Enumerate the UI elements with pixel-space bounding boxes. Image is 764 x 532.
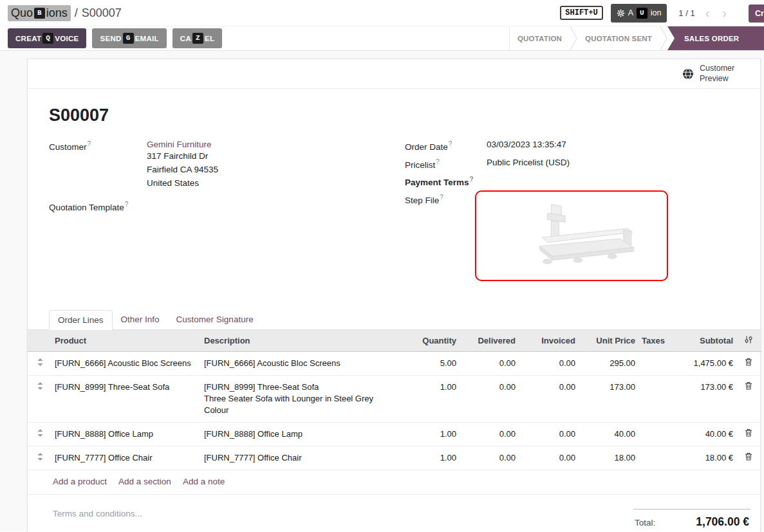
breadcrumb-quotations-text-pre: Quo bbox=[11, 6, 33, 20]
col-quantity[interactable]: Quantity bbox=[398, 330, 459, 352]
delete-line-icon[interactable] bbox=[745, 358, 752, 369]
col-subtotal[interactable]: Subtotal bbox=[667, 330, 736, 352]
cell-invoiced: 0.00 bbox=[518, 446, 578, 470]
cancel-button[interactable]: CAZEL bbox=[172, 28, 222, 48]
col-unit-price[interactable]: Unit Price bbox=[578, 330, 638, 352]
cell-product[interactable]: [FURN_8999] Three-Seat Sofa bbox=[52, 375, 201, 422]
keyboard-hint-b: B bbox=[34, 8, 45, 19]
delete-line-icon[interactable] bbox=[745, 452, 752, 464]
col-delivered[interactable]: Delivered bbox=[459, 330, 518, 352]
total-label: Total: bbox=[635, 518, 655, 527]
drag-handle-icon[interactable] bbox=[37, 381, 43, 393]
breadcrumb-quotations-link[interactable]: QuoBions bbox=[8, 5, 71, 21]
cell-description[interactable]: [FURN_7777] Office Chair bbox=[201, 446, 398, 470]
cell-subtotal: 1,475.00 € bbox=[667, 351, 736, 375]
customer-value-block: Gemini Furniture 317 Fairchild Dr Fairfi… bbox=[147, 140, 218, 190]
cell-subtotal: 173.00 € bbox=[667, 375, 736, 422]
field-step-file: Step File? bbox=[405, 193, 739, 281]
cell-delivered: 0.00 bbox=[459, 351, 518, 375]
tab-other-info[interactable]: Other Info bbox=[113, 310, 168, 329]
notebook-tabs: Order Lines Other Info Customer Signatur… bbox=[28, 310, 760, 330]
step-file-image-widget[interactable] bbox=[475, 190, 668, 281]
cell-subtotal: 18.00 € bbox=[667, 446, 736, 470]
field-customer: Customer? Gemini Furniture 317 Fairchild… bbox=[49, 140, 384, 190]
cell-taxes[interactable] bbox=[638, 422, 667, 446]
cell-quantity[interactable]: 1.00 bbox=[398, 422, 459, 446]
add-product-link[interactable]: Add a product bbox=[53, 477, 107, 486]
table-row[interactable]: [FURN_8888] Office Lamp [FURN_8888] Offi… bbox=[28, 422, 761, 446]
add-section-link[interactable]: Add a section bbox=[118, 477, 171, 486]
cell-unit-price[interactable]: 295.00 bbox=[578, 351, 638, 375]
cell-taxes[interactable] bbox=[638, 446, 667, 470]
cell-description[interactable]: [FURN_6666] Acoustic Bloc Screens bbox=[201, 351, 398, 375]
quotation-template-label: Quotation Template? bbox=[49, 200, 147, 212]
cell-quantity[interactable]: 1.00 bbox=[398, 375, 459, 422]
cell-subtotal: 40.00 € bbox=[667, 422, 736, 446]
cell-delivered: 0.00 bbox=[459, 422, 518, 446]
payment-terms-label: Payment Terms? bbox=[405, 175, 487, 187]
table-row[interactable]: [FURN_8999] Three-Seat Sofa [FURN_8999] … bbox=[28, 375, 761, 422]
cell-product[interactable]: [FURN_8888] Office Lamp bbox=[52, 422, 201, 446]
tab-customer-signature[interactable]: Customer Signature bbox=[168, 310, 262, 329]
keyboard-hint-u: U bbox=[637, 8, 648, 19]
create-invoice-button[interactable]: CREATQVOICE bbox=[8, 28, 86, 48]
cell-unit-price[interactable]: 18.00 bbox=[578, 446, 638, 470]
keyboard-hint-z: Z bbox=[192, 33, 203, 44]
customer-link[interactable]: Gemini Furniture bbox=[147, 140, 218, 149]
action-menu-button[interactable]: AUion bbox=[611, 4, 667, 23]
drag-handle-icon[interactable] bbox=[37, 358, 43, 369]
topbar-right-controls: SHIFT+U AUion 1 / 1 ‹ › bbox=[560, 4, 729, 23]
stage-quotation-sent[interactable]: QUOTATION SENT bbox=[577, 26, 660, 50]
stage-sales-order[interactable]: SALES ORDER bbox=[667, 26, 764, 50]
table-row[interactable]: [FURN_7777] Office Chair [FURN_7777] Off… bbox=[28, 446, 761, 470]
table-row[interactable]: [FURN_6666] Acoustic Bloc Screens [FURN_… bbox=[28, 351, 761, 375]
customer-label: Customer? bbox=[49, 140, 147, 152]
status-pipeline: QUOTATION QUOTATION SENT SALES ORDER bbox=[509, 26, 764, 50]
tab-order-lines[interactable]: Order Lines bbox=[49, 310, 113, 330]
col-description[interactable]: Description bbox=[201, 330, 398, 352]
cell-delivered: 0.00 bbox=[459, 446, 518, 470]
field-column-right: Order Date? 03/03/2023 13:35:47 Pricelis… bbox=[405, 140, 739, 287]
send-email-button[interactable]: SENDGEMAIL bbox=[92, 28, 166, 48]
stage-quotation[interactable]: QUOTATION bbox=[510, 26, 570, 50]
drag-handle-icon[interactable] bbox=[37, 428, 43, 440]
drag-handle-icon[interactable] bbox=[37, 452, 43, 464]
pager-previous-icon[interactable]: ‹ bbox=[703, 6, 713, 19]
delete-line-icon[interactable] bbox=[745, 381, 752, 393]
pricelist-value[interactable]: Public Pricelist (USD) bbox=[487, 158, 570, 167]
control-bar: CREATQVOICE SENDGEMAIL CAZEL QUOTATION Q… bbox=[0, 26, 764, 51]
step-file-label: Step File? bbox=[405, 193, 487, 205]
cell-description[interactable]: [FURN_8888] Office Lamp bbox=[201, 422, 398, 446]
breadcrumb-separator: / bbox=[75, 6, 78, 20]
keyboard-hint-shift-u: SHIFT+U bbox=[560, 6, 602, 20]
cell-unit-price[interactable]: 173.00 bbox=[578, 375, 638, 422]
add-note-link[interactable]: Add a note bbox=[183, 477, 225, 486]
cell-product[interactable]: [FURN_7777] Office Chair bbox=[52, 446, 201, 470]
stage-separator-icon bbox=[660, 26, 667, 50]
breadcrumb-quotations-text-post: ions bbox=[46, 6, 68, 20]
pager-next-icon[interactable]: › bbox=[720, 6, 729, 19]
optional-columns-icon[interactable] bbox=[744, 336, 753, 345]
cell-description[interactable]: [FURN_8999] Three-Seat Sofa Three Seater… bbox=[201, 375, 398, 422]
cell-product[interactable]: [FURN_6666] Acoustic Bloc Screens bbox=[52, 351, 201, 375]
col-invoiced[interactable]: Invoiced bbox=[518, 330, 578, 352]
help-tooltip-icon: ? bbox=[88, 140, 91, 147]
cell-delivered: 0.00 bbox=[459, 375, 518, 422]
help-tooltip-icon: ? bbox=[440, 194, 443, 201]
order-date-value[interactable]: 03/03/2023 13:35:47 bbox=[487, 140, 566, 149]
terms-and-conditions-input[interactable]: Terms and conditions... bbox=[53, 509, 142, 532]
keyboard-hint-q: Q bbox=[42, 33, 53, 44]
cell-quantity[interactable]: 1.00 bbox=[398, 446, 459, 470]
delete-line-icon[interactable] bbox=[745, 428, 752, 440]
col-taxes[interactable]: Taxes bbox=[638, 330, 667, 352]
cell-quantity[interactable]: 5.00 bbox=[398, 351, 459, 375]
cell-taxes[interactable] bbox=[638, 375, 667, 422]
stage-separator-icon bbox=[570, 26, 577, 50]
breadcrumb: QuoBions / S00007 bbox=[8, 5, 122, 21]
create-button[interactable]: Create bbox=[749, 5, 764, 23]
cell-unit-price[interactable]: 40.00 bbox=[578, 422, 638, 446]
cell-taxes[interactable] bbox=[638, 351, 667, 375]
col-product[interactable]: Product bbox=[52, 330, 201, 352]
customer-preview-button[interactable]: Customer Preview bbox=[700, 64, 741, 84]
action-label-post: ion bbox=[651, 8, 662, 17]
